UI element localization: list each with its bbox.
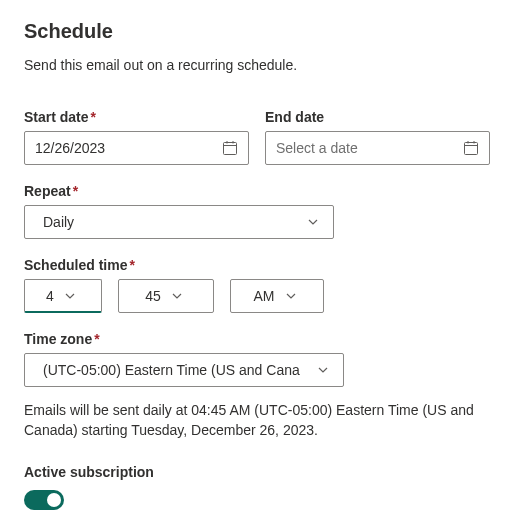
chevron-down-icon bbox=[285, 290, 297, 302]
end-date-label: End date bbox=[265, 109, 490, 125]
start-date-input[interactable]: 12/26/2023 bbox=[24, 131, 249, 165]
chevron-down-icon bbox=[171, 290, 183, 302]
repeat-select[interactable]: Daily bbox=[24, 205, 334, 239]
end-date-input[interactable]: Select a date bbox=[265, 131, 490, 165]
schedule-summary: Emails will be sent daily at 04:45 AM (U… bbox=[24, 401, 490, 440]
chevron-down-icon bbox=[307, 216, 319, 228]
scheduled-time-label: Scheduled time* bbox=[24, 257, 490, 273]
chevron-down-icon bbox=[64, 290, 76, 302]
chevron-down-icon bbox=[317, 364, 329, 376]
start-date-label: Start date* bbox=[24, 109, 249, 125]
svg-rect-4 bbox=[465, 143, 478, 155]
page-title: Schedule bbox=[24, 20, 490, 43]
calendar-icon bbox=[222, 140, 238, 156]
svg-rect-0 bbox=[224, 143, 237, 155]
timezone-select[interactable]: (UTC-05:00) Eastern Time (US and Cana bbox=[24, 353, 344, 387]
toggle-knob bbox=[47, 493, 61, 507]
minute-select[interactable]: 45 bbox=[118, 279, 214, 313]
ampm-select[interactable]: AM bbox=[230, 279, 324, 313]
repeat-label: Repeat* bbox=[24, 183, 490, 199]
subscription-toggle[interactable] bbox=[24, 490, 64, 510]
calendar-icon bbox=[463, 140, 479, 156]
hour-select[interactable]: 4 bbox=[24, 279, 102, 313]
subscription-label: Active subscription bbox=[24, 464, 490, 480]
timezone-label: Time zone* bbox=[24, 331, 490, 347]
page-subtitle: Send this email out on a recurring sched… bbox=[24, 57, 490, 73]
